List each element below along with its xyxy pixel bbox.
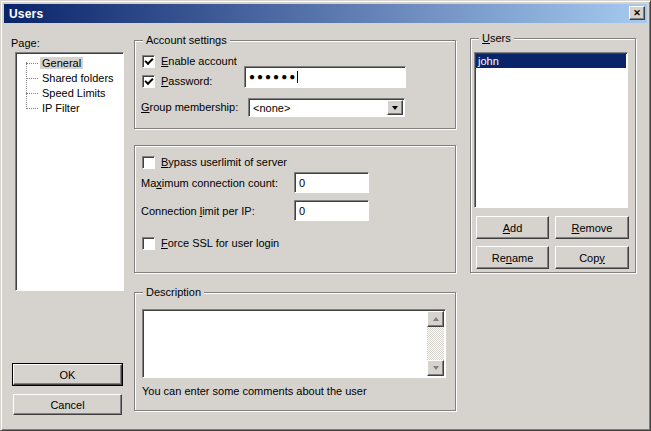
description-textarea[interactable]	[142, 309, 446, 378]
close-button[interactable]: ✕	[629, 6, 645, 20]
user-list-item-john[interactable]: john	[476, 54, 626, 68]
max-connections-label: Maximum connection count:	[141, 177, 278, 189]
scroll-down-button[interactable]	[427, 360, 444, 376]
password-input[interactable]: ●●●●●●	[244, 66, 406, 88]
tree-item-label: Speed Limits	[40, 87, 108, 99]
tree-item-ip-filter[interactable]: IP Filter	[16, 101, 123, 116]
page-tree[interactable]: GeneralShared foldersSpeed LimitsIP Filt…	[15, 52, 124, 291]
text-caret	[297, 71, 298, 83]
connections-per-ip-label: Connection limit per IP:	[141, 205, 255, 217]
title-bar[interactable]: Users ✕	[4, 4, 647, 23]
group-membership-select[interactable]: <none>	[248, 98, 405, 117]
rename-user-button[interactable]: Rename	[476, 246, 549, 269]
remove-user-button[interactable]: Remove	[555, 216, 629, 239]
ok-button-label: OK	[60, 369, 76, 381]
tree-item-shared-folders[interactable]: Shared folders	[16, 71, 123, 86]
chevron-down-icon	[392, 106, 398, 110]
users-dialog: Users ✕ Page: GeneralShared foldersSpeed…	[0, 0, 651, 431]
account-settings-group-title: Account settings	[143, 34, 230, 47]
description-hint: You can enter some comments about the us…	[142, 385, 367, 397]
password-masked-value: ●●●●●●	[249, 72, 297, 82]
enable-account-label[interactable]: Enable account	[161, 55, 237, 67]
description-scrollbar[interactable]	[427, 311, 444, 376]
tree-item-label: General	[40, 57, 83, 69]
password-label[interactable]: Password:	[161, 75, 212, 87]
dropdown-button[interactable]	[387, 100, 403, 115]
bypass-userlimit-label[interactable]: Bypass userlimit of server	[161, 156, 287, 168]
arrow-up-icon	[433, 317, 439, 321]
rename-user-button-label: Rename	[492, 252, 534, 264]
page-label: Page:	[11, 37, 40, 49]
tree-item-label: IP Filter	[40, 102, 82, 114]
tree-item-label: Shared folders	[40, 72, 116, 84]
group-membership-value: <none>	[253, 102, 290, 114]
remove-user-button-label: Remove	[572, 222, 613, 234]
copy-user-button[interactable]: Copy	[555, 246, 629, 269]
enable-account-checkbox[interactable]	[142, 55, 155, 68]
force-ssl-checkbox[interactable]	[142, 237, 155, 250]
password-checkbox[interactable]	[142, 75, 155, 88]
max-connections-value: 0	[299, 177, 305, 189]
close-icon: ✕	[633, 9, 641, 18]
cancel-button[interactable]: Cancel	[13, 394, 122, 415]
description-group-title: Description	[143, 286, 204, 299]
window-title: Users	[9, 7, 43, 21]
tree-item-speed-limits[interactable]: Speed Limits	[16, 86, 123, 101]
max-connections-input[interactable]: 0	[294, 172, 369, 193]
group-membership-label: Group membership:	[141, 101, 238, 113]
connections-per-ip-input[interactable]: 0	[294, 200, 369, 221]
arrow-down-icon	[433, 366, 439, 370]
cancel-button-label: Cancel	[50, 399, 84, 411]
users-list[interactable]: john	[474, 52, 628, 208]
scroll-up-button[interactable]	[427, 311, 444, 327]
bypass-userlimit-checkbox[interactable]	[142, 156, 155, 169]
copy-user-button-label: Copy	[579, 252, 605, 264]
tree-item-general[interactable]: General	[16, 56, 123, 71]
force-ssl-label[interactable]: Force SSL for user login	[161, 237, 279, 249]
add-user-button[interactable]: Add	[476, 216, 549, 239]
ok-button[interactable]: OK	[13, 364, 122, 385]
add-user-button-label: Add	[503, 222, 523, 234]
users-group-title: Users	[479, 32, 514, 45]
connections-per-ip-value: 0	[299, 205, 305, 217]
